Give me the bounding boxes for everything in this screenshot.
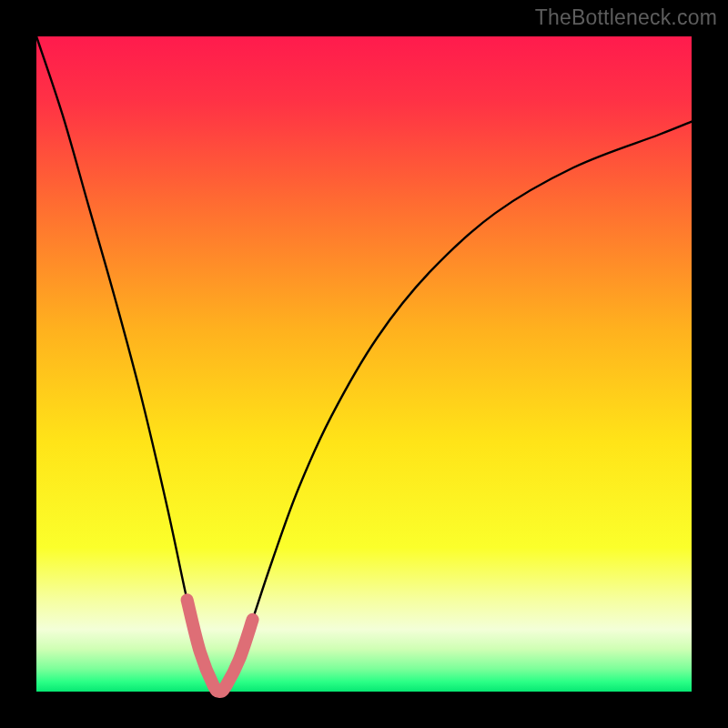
- curve-layer: [36, 36, 692, 692]
- plot-area: [36, 36, 692, 692]
- watermark-text: TheBottleneck.com: [535, 5, 717, 30]
- trough-highlight: [187, 600, 253, 692]
- chart-frame: TheBottleneck.com: [0, 0, 728, 728]
- mismatch-curve: [36, 36, 692, 692]
